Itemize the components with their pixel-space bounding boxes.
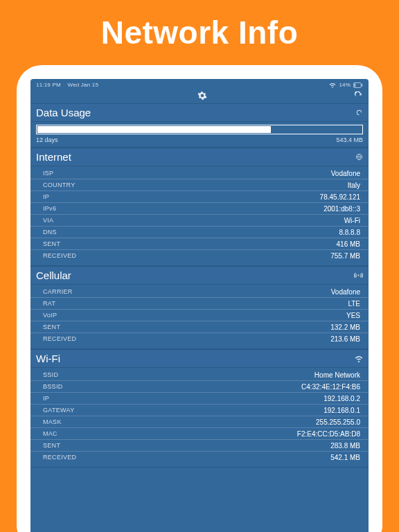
wifi-row: MACF2:E4:CC:D5:AB:D8: [30, 428, 369, 440]
internet-row: ISPVodafone: [30, 168, 369, 179]
cellular-value: LTE: [348, 300, 360, 308]
internet-key: SENT: [43, 240, 60, 247]
wifi-value: Home Network: [314, 371, 360, 379]
cellular-key: VoIP: [43, 312, 57, 319]
wifi-row: SENT283.8 MB: [30, 440, 369, 452]
wifi-icon: [329, 82, 336, 88]
device-frame: 11:19 PM Wed Jan 15 14%: [17, 65, 382, 532]
globe-icon: [355, 153, 363, 161]
cellular-row: VoIPYES: [30, 310, 369, 321]
internet-row: VIAWi-Fi: [30, 215, 369, 227]
wifi-row: GATEWAY192.168.0.1: [30, 405, 369, 416]
cellular-value: Vodafone: [331, 288, 360, 296]
internet-key: COUNTRY: [43, 181, 75, 188]
loading-icon: [355, 109, 363, 116]
internet-key: VIA: [43, 217, 53, 224]
wifi-value: 542.1 MB: [330, 454, 360, 461]
data-usage-header: Data Usage: [30, 104, 369, 122]
internet-row: COUNTRYItaly: [30, 179, 369, 191]
page-title: Network Info: [0, 0, 399, 64]
internet-key: DNS: [43, 229, 57, 236]
status-right: 14%: [329, 82, 363, 88]
wifi-row: SSIDHome Network: [30, 369, 369, 381]
wifi-key: MASK: [43, 418, 62, 425]
internet-header: Internet: [30, 148, 369, 166]
cellular-header: Cellular: [30, 267, 369, 285]
internet-key: IPv6: [43, 205, 56, 212]
usage-period: 12 days: [36, 136, 58, 143]
cellular-row: SENT132.2 MB: [30, 321, 369, 333]
internet-title: Internet: [36, 151, 71, 163]
status-left: 11:19 PM Wed Jan 15: [36, 82, 98, 88]
data-usage-footer: 12 days 543.4 MB: [30, 134, 369, 147]
internet-value: Vodafone: [331, 170, 360, 177]
nav-bar: [30, 89, 369, 103]
wifi-value: 192.168.0.2: [323, 395, 360, 402]
cellular-key: RECEIVED: [43, 335, 76, 342]
wifi-row: IP192.168.0.2: [30, 393, 369, 405]
wifi-title: Wi-Fi: [36, 353, 60, 364]
status-time: 11:19 PM: [36, 82, 61, 88]
cellular-row: RECEIVED213.6 MB: [30, 333, 369, 344]
internet-row: SENT416 MB: [30, 238, 369, 250]
wifi-value: F2:E4:CC:D5:AB:D8: [297, 430, 360, 438]
cellular-icon: [354, 272, 363, 279]
status-bar: 11:19 PM Wed Jan 15 14%: [30, 79, 369, 89]
cellular-key: SENT: [43, 323, 60, 330]
cellular-key: RAT: [43, 300, 55, 307]
svg-rect-2: [362, 84, 362, 86]
wifi-key: MAC: [43, 430, 57, 437]
app-screen: 11:19 PM Wed Jan 15 14%: [30, 79, 369, 532]
internet-key: RECEIVED: [43, 252, 76, 259]
usage-total: 543.4 MB: [336, 136, 363, 143]
settings-icon[interactable]: [197, 91, 207, 100]
wifi-row: BSSIDC4:32:4E:12:F4:B6: [30, 381, 369, 393]
refresh-icon[interactable]: [354, 91, 363, 100]
internet-key: ISP: [43, 170, 53, 177]
wifi-key: SSID: [43, 371, 58, 378]
status-date: Wed Jan 15: [68, 82, 99, 88]
cellular-value: 132.2 MB: [330, 323, 360, 331]
wifi-header: Wi-Fi: [30, 350, 369, 368]
internet-value: Wi-Fi: [344, 217, 360, 224]
wifi-value: 192.168.0.1: [323, 407, 360, 414]
wifi-value: 255.255.255.0: [316, 418, 360, 426]
wifi-key: GATEWAY: [43, 407, 74, 414]
internet-row: IP78.45.92.121: [30, 191, 369, 203]
progress-bar: [36, 125, 363, 134]
cellular-row: CARRIERVodafone: [30, 286, 369, 298]
internet-row: IPv62001:db8::3: [30, 203, 369, 215]
internet-value: 2001:db8::3: [323, 205, 360, 213]
cellular-value: 213.6 MB: [330, 335, 360, 343]
internet-section: Internet ISPVodafoneCOUNTRYItalyIP78.45.…: [30, 148, 369, 266]
data-usage-progress: [30, 122, 369, 134]
wifi-row: MASK255.255.255.0: [30, 416, 369, 428]
internet-value: 8.8.8.8: [339, 229, 360, 236]
wifi-key: SENT: [43, 442, 60, 449]
internet-value: 416 MB: [337, 240, 360, 248]
data-usage-title: Data Usage: [36, 107, 91, 118]
wifi-section-icon: [355, 355, 363, 362]
battery-icon: [353, 82, 363, 88]
internet-value: 78.45.92.121: [320, 193, 360, 201]
internet-value: 755.7 MB: [330, 252, 360, 260]
cellular-key: CARRIER: [43, 288, 73, 295]
internet-row: RECEIVED755.7 MB: [30, 250, 369, 261]
battery-level: 14%: [339, 82, 351, 88]
wifi-key: RECEIVED: [43, 454, 76, 461]
cellular-row: RATLTE: [30, 298, 369, 310]
wifi-section: Wi-Fi SSIDHome NetworkBSSIDC4:32:4E:12:F…: [30, 349, 369, 468]
wifi-value: 283.8 MB: [330, 442, 360, 450]
wifi-key: BSSID: [43, 383, 63, 390]
cellular-section: Cellular CARRIERVodafoneRATLTEVoIPYESSEN…: [30, 266, 369, 349]
cellular-value: YES: [346, 312, 360, 319]
internet-row: DNS8.8.8.8: [30, 227, 369, 238]
data-usage-section: Data Usage 12 days 543.4 MB: [30, 103, 369, 148]
wifi-value: C4:32:4E:12:F4:B6: [301, 383, 360, 391]
wifi-key: IP: [43, 395, 49, 402]
internet-key: IP: [43, 193, 49, 200]
wifi-row: RECEIVED542.1 MB: [30, 452, 369, 463]
cellular-title: Cellular: [36, 269, 71, 281]
internet-value: Italy: [348, 181, 360, 189]
svg-rect-1: [355, 83, 356, 87]
